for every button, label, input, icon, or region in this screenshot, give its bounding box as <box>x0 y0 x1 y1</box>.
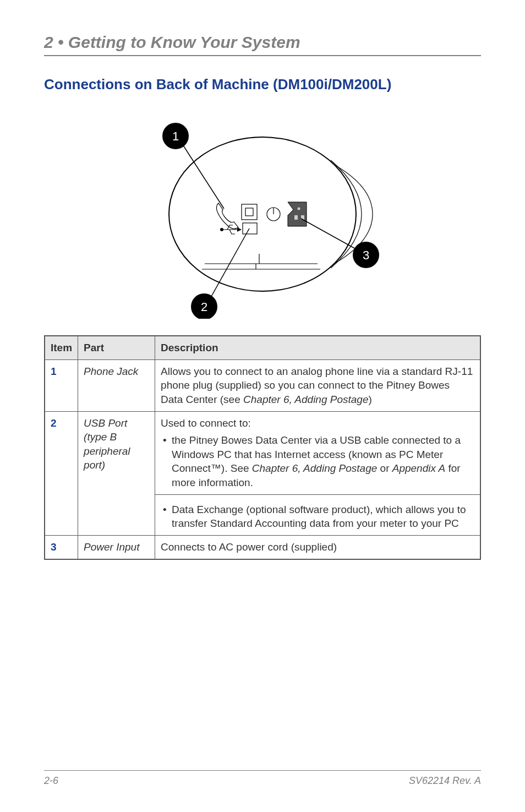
diagram-container: 1 2 3 <box>44 110 481 319</box>
table-row: 3 Power Input Connects to AC power cord … <box>45 536 480 559</box>
usb-port-icon <box>220 204 257 234</box>
svg-line-11 <box>207 228 249 303</box>
th-item: Item <box>45 336 78 359</box>
part-name: USB Port (type B peripheral port) <box>78 411 155 535</box>
power-symbol-icon <box>267 208 280 221</box>
svg-line-10 <box>180 140 224 209</box>
part-description: Allows you to connect to an analog phone… <box>155 359 480 411</box>
callout-2-label: 2 <box>201 300 207 314</box>
table-header-row: Item Part Description <box>45 336 480 359</box>
th-desc: Description <box>155 336 480 359</box>
part-description: Connects to AC power cord (supplied) <box>155 536 480 559</box>
page-footer: 2-6 SV62214 Rev. A <box>44 770 481 787</box>
phone-jack-icon <box>216 203 238 229</box>
list-item: Data Exchange (optional software product… <box>161 503 474 531</box>
item-number: 1 <box>45 359 78 411</box>
connections-table: Item Part Description 1 Phone Jack Allow… <box>44 335 481 560</box>
item-number: 3 <box>45 536 78 559</box>
svg-rect-8 <box>294 215 298 220</box>
power-inlet-icon <box>288 202 307 226</box>
table-row: 1 Phone Jack Allows you to connect to an… <box>45 359 480 411</box>
svg-point-7 <box>298 208 300 210</box>
svg-line-12 <box>301 219 360 252</box>
doc-revision: SV62214 Rev. A <box>409 775 481 787</box>
part-name: Power Input <box>78 536 155 559</box>
th-part: Part <box>78 336 155 359</box>
machine-svg: 1 2 3 <box>119 110 406 319</box>
part-name: Phone Jack <box>78 359 155 411</box>
list-item: the Pitney Bowes Data Center via a USB c… <box>161 433 474 490</box>
callout-1-label: 1 <box>172 129 179 143</box>
svg-point-4 <box>220 228 223 231</box>
chapter-header: 2 • Getting to Know Your System <box>44 33 481 56</box>
table-row: 2 USB Port (type B peripheral port) Used… <box>45 411 480 535</box>
part-description: Used to connect to: the Pitney Bowes Dat… <box>155 411 480 535</box>
svg-rect-3 <box>243 223 257 234</box>
callout-3-label: 3 <box>363 248 369 262</box>
svg-point-0 <box>169 137 356 291</box>
port-panel <box>216 202 307 234</box>
machine-back-diagram: 1 2 3 <box>119 110 406 319</box>
svg-rect-2 <box>245 208 253 216</box>
item-number: 2 <box>45 411 78 535</box>
svg-rect-1 <box>242 204 257 220</box>
page-title: Connections on Back of Machine (DM100i/D… <box>44 76 481 93</box>
page-number: 2-6 <box>44 775 58 787</box>
